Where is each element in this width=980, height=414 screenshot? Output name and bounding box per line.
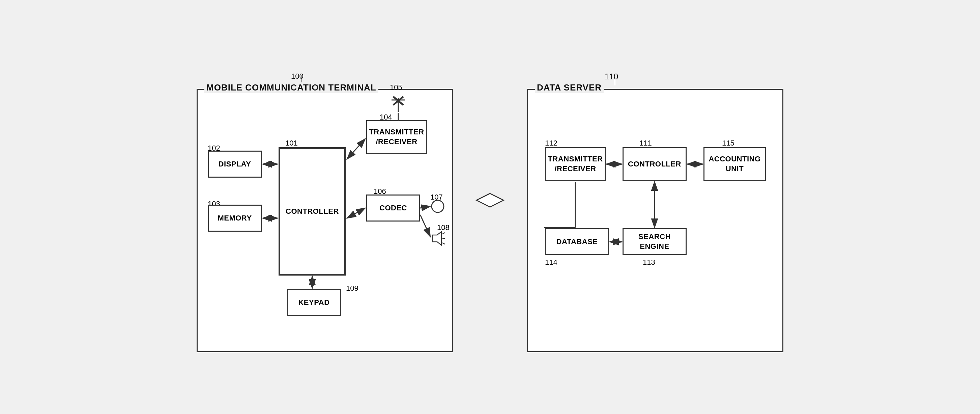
ds-box: DATA SERVER 112 TRANSMITTER /RECEIVER 11… [527, 89, 783, 352]
svg-marker-23 [477, 193, 503, 207]
ds-number: 110 [605, 72, 618, 82]
antenna-number: 105 [390, 83, 402, 92]
ds-inner: 112 TRANSMITTER /RECEIVER 111 CONTROLLER… [538, 100, 774, 336]
svg-line-19 [420, 206, 430, 208]
svg-line-16 [347, 208, 365, 218]
mct-label: MOBILE COMMUNICATION TERMINAL [204, 82, 379, 93]
ds-label: DATA SERVER [535, 82, 604, 93]
mct-inner: 105 102 DISPLAY 103 MEMORY 101 CONT [208, 100, 430, 336]
system-connection-arrow [473, 190, 507, 210]
mct-box: MOBILE COMMUNICATION TERMINAL 105 102 [197, 89, 453, 352]
ds-arrows [538, 100, 774, 329]
mct-arrows [208, 100, 464, 336]
ds-wrapper: 110 DATA SERVER 112 TRANSMITTER /RECEIVE… [527, 89, 783, 352]
svg-line-20 [420, 215, 430, 237]
mct-wrapper: 100 MOBILE COMMUNICATION TERMINAL 105 [197, 89, 453, 352]
diagram-container: 100 MOBILE COMMUNICATION TERMINAL 105 [183, 48, 797, 366]
mct-number: 100 [291, 72, 304, 81]
svg-line-15 [347, 139, 365, 159]
between-arrow [473, 190, 507, 210]
